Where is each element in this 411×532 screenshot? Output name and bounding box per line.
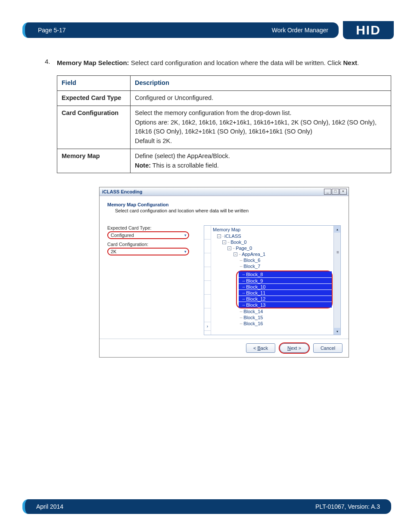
table-row: Card Configuration Select the memory con… xyxy=(57,106,391,149)
tree-node-block-selected[interactable]: ··· Block_8 xyxy=(239,271,332,277)
footer-doc: PLT-01067, Version: A.3 xyxy=(315,503,380,510)
table-row: Memory Map Define (select) the AppArea/B… xyxy=(57,149,391,173)
tree-node-block[interactable]: ···Block_14 xyxy=(213,308,339,314)
maximize-button[interactable]: □ xyxy=(332,189,339,195)
back-button[interactable]: < Back xyxy=(246,343,275,353)
tree-node-page[interactable]: -··Page_0 xyxy=(213,245,339,251)
th-desc: Description xyxy=(131,76,391,91)
tree-node-block[interactable]: ···Block_6 xyxy=(213,257,339,263)
tree-node-apparea[interactable]: -··AppArea_1 xyxy=(213,251,339,257)
memory-map-desc: Define (select) the AppArea/Block. Note:… xyxy=(131,149,391,173)
minimize-button[interactable]: _ xyxy=(324,189,331,195)
tree-node-block-selected[interactable]: ··· Block_13 xyxy=(239,302,332,308)
tree-node-block-selected[interactable]: ··· Block_9 xyxy=(239,277,332,283)
tree-node-block-selected[interactable]: ··· Block_12 xyxy=(239,296,332,302)
tree-gutter: › xyxy=(204,226,211,335)
scroll-down-icon[interactable]: ▾ xyxy=(334,328,340,335)
cancel-button[interactable]: Cancel xyxy=(313,343,342,353)
dialog-titlebar: iCLASS Encoding _ □ × xyxy=(100,187,349,196)
chevron-down-icon: ▾ xyxy=(184,233,187,237)
page-number: Page 5-17 xyxy=(38,27,66,34)
close-button[interactable]: × xyxy=(339,189,347,195)
table-row: Expected Card Type Configured or Unconfi… xyxy=(57,91,391,106)
page-footer: April 2014 PLT-01067, Version: A.3 xyxy=(22,499,391,514)
tree-node-book[interactable]: -··Book_0 xyxy=(213,239,339,245)
content: 4. Memory Map Selection: Select card con… xyxy=(57,58,391,358)
field-description-table: Field Description Expected Card Type Con… xyxy=(57,75,391,173)
footer-date: April 2014 xyxy=(36,503,63,510)
tree-node-block[interactable]: ···Block_16 xyxy=(213,320,339,327)
step-text: Memory Map Selection: Select card config… xyxy=(57,58,391,68)
wizard-section-subtitle: Select card configuration and location w… xyxy=(115,208,341,213)
chevron-right-icon[interactable]: › xyxy=(204,322,211,331)
iclass-encoding-dialog: iCLASS Encoding _ □ × Memory Map Configu… xyxy=(99,187,349,358)
memory-map-tree[interactable]: › Memory Map -·iCLASS -··Book_0 -··Page_… xyxy=(204,225,341,335)
selected-blocks-highlight: ··· Block_8 ··· Block_9 ··· Block_10 ···… xyxy=(236,271,333,308)
expected-card-type-dropdown[interactable]: Configured ▾ xyxy=(107,231,189,239)
scroll-up-icon[interactable]: ▴ xyxy=(334,226,340,233)
section-title: Work Order Manager xyxy=(272,27,328,34)
next-button[interactable]: Next > xyxy=(280,343,309,353)
wizard-section-title: Memory Map Configuration xyxy=(107,202,341,207)
tree-node-root[interactable]: -·iCLASS xyxy=(213,233,339,239)
tree-node-block[interactable]: ···Block_7 xyxy=(213,263,339,269)
tree-node-block-selected[interactable]: ··· Block_10 xyxy=(239,283,332,289)
dialog-screenshot: iCLASS Encoding _ □ × Memory Map Configu… xyxy=(57,187,391,358)
header-bar: Page 5-17 Work Order Manager xyxy=(22,22,339,38)
card-configuration-label: Card Configuration: xyxy=(107,242,193,247)
tree-header: Memory Map xyxy=(213,227,339,232)
tree-scrollbar[interactable]: ▴ ≡ ▾ xyxy=(333,226,340,335)
card-configuration-dropdown[interactable]: 2K ▾ xyxy=(107,248,189,255)
tree-node-block-selected[interactable]: ··· Block_11 xyxy=(239,289,332,296)
chevron-down-icon: ▾ xyxy=(184,249,187,254)
page-header: Page 5-17 Work Order Manager HID xyxy=(22,22,394,38)
step-number: 4. xyxy=(45,58,50,65)
hid-logo: HID xyxy=(343,21,394,39)
expected-card-type-label: Expected Card Type: xyxy=(107,225,193,230)
dialog-title: iCLASS Encoding xyxy=(102,189,143,194)
card-config-desc: Select the memory configuration from the… xyxy=(131,106,391,149)
tree-node-block[interactable]: ···Block_15 xyxy=(213,314,339,320)
th-field: Field xyxy=(57,76,131,91)
step-title: Memory Map Selection: xyxy=(57,59,129,66)
